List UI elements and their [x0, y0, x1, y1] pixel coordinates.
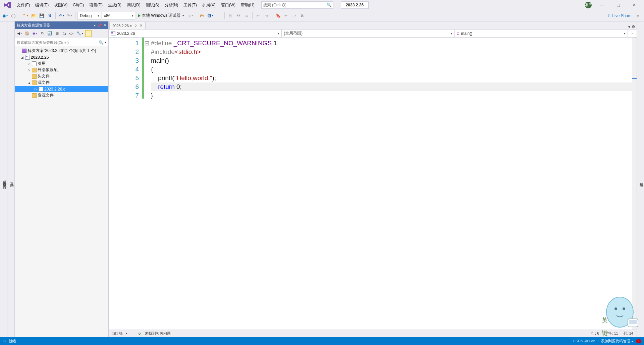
sol-preview-button[interactable]: —: [85, 30, 92, 37]
sol-view-button[interactable]: ◆: [32, 30, 38, 37]
new-item-button[interactable]: 🗋: [21, 12, 29, 20]
nav-back-button[interactable]: ◉: [1, 12, 9, 20]
tree-headers[interactable]: 头文件: [15, 73, 108, 79]
menu-build[interactable]: 生成(B): [105, 1, 124, 9]
tree-references[interactable]: ▷ 引用: [15, 60, 108, 67]
redo-button[interactable]: ↷: [66, 12, 73, 20]
expand-icon[interactable]: ▷: [27, 62, 31, 65]
navigation-bar: 2023.2.26 (全局范围) ◘ main() ⫞: [109, 30, 637, 38]
search-icon: 🔍: [327, 3, 332, 7]
window-maximize-button[interactable]: ▢: [612, 1, 624, 9]
menu-analyze[interactable]: 分析(N): [162, 1, 181, 9]
tb-btn-6[interactable]: ≡: [243, 12, 250, 20]
tb-btn-9[interactable]: ⤺: [282, 12, 290, 20]
expand-icon[interactable]: ▷: [27, 68, 31, 72]
menu-tools[interactable]: 工具(T): [181, 1, 199, 9]
side-rail-server-explorer[interactable]: 服务器资源管理器: [0, 21, 7, 337]
nav-fwd-button[interactable]: ◯: [9, 12, 17, 20]
global-search-input[interactable]: [263, 3, 327, 7]
zoom-level[interactable]: 161 %: [112, 332, 122, 336]
tb-btn-3[interactable]: _: [215, 12, 222, 20]
window-close-button[interactable]: ✕: [629, 1, 640, 9]
menu-extensions[interactable]: 扩展(X): [200, 1, 218, 9]
menu-help[interactable]: 帮助(H): [238, 1, 257, 9]
panel-close-icon[interactable]: ✕: [104, 23, 106, 27]
debug-target-button[interactable]: ▷: [186, 12, 194, 20]
undo-button[interactable]: ↶: [58, 12, 65, 20]
menu-project[interactable]: 项目(P): [87, 1, 105, 9]
tree-project[interactable]: ◢ 2023.2.26: [15, 54, 108, 60]
open-file-button[interactable]: 📂: [30, 12, 37, 20]
config-combo[interactable]: Debug: [77, 12, 101, 20]
tree-external-deps[interactable]: ▷ 外部依赖项: [15, 67, 108, 73]
document-tab-active[interactable]: 2023.2.26.c ⚲ ✕: [109, 22, 146, 29]
sol-show-all-button[interactable]: 🗀: [61, 30, 67, 37]
panel-dropdown-icon[interactable]: ▾: [94, 23, 96, 27]
menu-edit[interactable]: 编辑(E): [33, 1, 51, 9]
feedback-icon[interactable]: ☺: [636, 13, 640, 18]
nav-project-combo[interactable]: 2023.2.26: [109, 30, 282, 37]
tree-active-file[interactable]: ▷ 2023.2.26.c: [15, 86, 108, 92]
issues-text[interactable]: 未找到相关问题: [145, 331, 171, 336]
collapse-icon[interactable]: ◢: [27, 81, 31, 84]
menu-window[interactable]: 窗口(W): [218, 1, 238, 9]
window-minimize-button[interactable]: —: [596, 1, 608, 9]
c-file-icon: [39, 87, 43, 92]
side-rail-toolbox[interactable]: 工具箱: [7, 21, 15, 337]
menu-test[interactable]: 测试(S): [143, 1, 162, 9]
tb-btn-8[interactable]: ⇥: [263, 12, 270, 20]
solution-name-display: 2023.2.26: [341, 1, 369, 9]
sol-refresh-button[interactable]: 🔄: [46, 30, 53, 37]
panel-pin-icon[interactable]: 📌: [98, 23, 102, 27]
menu-debug[interactable]: 调试(D): [124, 1, 143, 9]
bookmark-button[interactable]: 🔖: [274, 12, 282, 20]
tb-btn-10[interactable]: ⤻: [290, 12, 298, 20]
sol-back-button[interactable]: ◀: [16, 30, 23, 37]
tb-btn-5[interactable]: ☷: [235, 12, 242, 20]
scm-button[interactable]: ↑ 添加到源代码管理 ▴: [598, 339, 634, 344]
tree-sources[interactable]: ◢ 源文件: [15, 79, 108, 86]
nav-scope-combo[interactable]: (全局范围): [282, 30, 455, 37]
tree-resources[interactable]: 资源文件: [15, 92, 108, 99]
notification-badge[interactable]: 1: [636, 339, 641, 343]
tb-btn-2[interactable]: 🖼: [206, 12, 214, 20]
tree-solution-root[interactable]: 解决方案"2023.2.26"(1 个项目/共 1 个): [15, 48, 108, 54]
save-all-button[interactable]: 🖫: [46, 12, 53, 20]
nav-member-combo[interactable]: ◘ main(): [455, 30, 628, 37]
sol-properties-button[interactable]: 🔧: [75, 30, 84, 37]
platform-combo[interactable]: x86: [102, 12, 135, 20]
menu-git[interactable]: Git(G): [70, 1, 87, 9]
split-editor-button[interactable]: ⫞: [628, 30, 637, 37]
tab-settings-icon[interactable]: ⚙: [632, 24, 635, 29]
start-debug-button[interactable]: 本地 Windows 调试器 ▾: [136, 12, 186, 20]
menu-file[interactable]: 文件(F): [14, 1, 33, 9]
solution-tree[interactable]: 解决方案"2023.2.26"(1 个项目/共 1 个) ◢ 2023.2.26…: [15, 47, 108, 337]
status-bar: ▭ 就绪 CSDN @Yian ↑ 添加到源代码管理 ▴ 1: [0, 337, 644, 345]
tb-btn-7[interactable]: ⇤: [255, 12, 262, 20]
pin-icon[interactable]: ⚲: [135, 24, 137, 27]
user-avatar[interactable]: 家严: [585, 2, 592, 8]
collapse-icon[interactable]: ◢: [20, 56, 24, 59]
save-button[interactable]: 💾: [38, 12, 45, 20]
tb-btn-11[interactable]: ✖: [299, 12, 306, 20]
expand-icon[interactable]: ▷: [34, 88, 38, 91]
solution-search[interactable]: 🔍 ▾: [15, 38, 108, 47]
tb-btn-4[interactable]: ⎘: [227, 12, 234, 20]
tb-btn-1[interactable]: 🗁: [198, 12, 206, 20]
scrollbar-overview[interactable]: [632, 38, 637, 330]
code-area[interactable]: 1234567 ⊟ #define _CRT_SECURE_NO_WARNING…: [109, 38, 637, 330]
fold-gutter[interactable]: ⊟: [144, 38, 149, 330]
close-tab-icon[interactable]: ✕: [140, 23, 143, 28]
global-search[interactable]: 🔍: [261, 1, 333, 9]
side-rail-properties[interactable]: 属性: [637, 21, 644, 337]
sol-code-button[interactable]: <>: [68, 30, 74, 37]
output-icon[interactable]: ▭: [3, 339, 6, 343]
sol-home-button[interactable]: 🏠: [24, 30, 31, 37]
live-share-button[interactable]: ⇪ Live Share ☺: [604, 13, 643, 18]
code-text[interactable]: #define _CRT_SECURE_NO_WARNINGS 1#includ…: [149, 38, 637, 330]
sol-filter-button[interactable]: ⟳: [39, 30, 45, 37]
tab-dropdown-icon[interactable]: ▾: [628, 24, 630, 29]
solution-search-input[interactable]: [17, 41, 99, 45]
sol-collapse-button[interactable]: ⊟: [54, 30, 60, 37]
menu-view[interactable]: 视图(V): [51, 1, 70, 9]
